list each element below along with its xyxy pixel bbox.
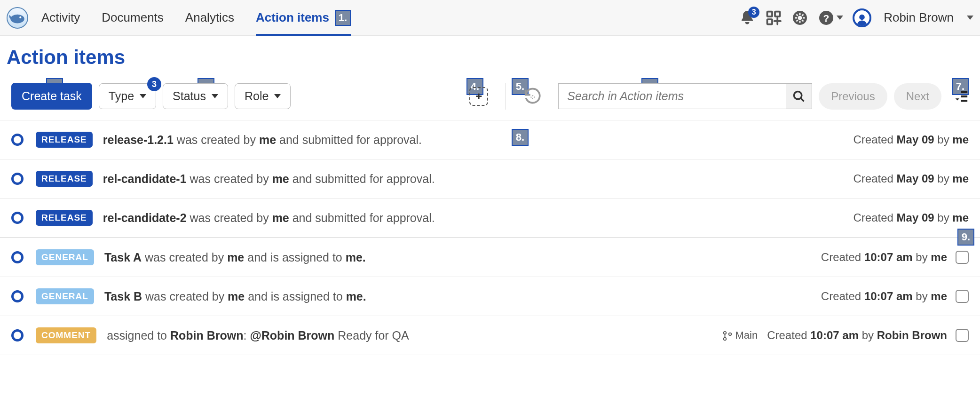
nav-tab-action-items[interactable]: Action items 1. [256,0,351,35]
hint-9: 9. [957,229,974,246]
chevron-down-icon [274,94,281,98]
svg-point-15 [723,332,726,334]
help-menu[interactable]: ? [818,9,843,26]
topbar: Activity Documents Analytics Action item… [0,0,980,36]
filter-label: Role [245,89,269,103]
nav-tab-analytics[interactable]: Analytics [185,0,234,35]
search-input[interactable] [558,83,786,109]
chevron-down-icon [212,94,218,98]
status-circle-icon[interactable] [11,173,24,185]
action-item-row[interactable]: COMMENTassigned to Robin Brown: @Robin B… [0,316,980,355]
filter-badge: 3 [147,77,161,91]
action-item-row[interactable]: RELEASErel-candidate-1 was created by me… [0,159,980,199]
item-tag: RELEASE [36,132,93,148]
svg-point-9 [859,14,865,20]
nav-tab-documents[interactable]: Documents [102,0,164,35]
svg-rect-14 [961,100,967,102]
row-checkbox[interactable] [956,290,969,303]
app-logo[interactable] [7,7,28,29]
nav-tabs: Activity Documents Analytics Action item… [41,0,351,35]
apps-icon[interactable] [765,9,782,26]
notification-badge: 3 [748,7,759,18]
status-circle-icon[interactable] [11,329,24,342]
filter-status[interactable]: Status [163,83,228,109]
item-tag: RELEASE [36,171,93,187]
svg-point-1 [19,16,21,18]
svg-point-0 [10,14,24,23]
action-item-row[interactable]: RELEASErelease-1.2.1 was created by me a… [0,120,980,159]
branch-name: Main [735,329,758,342]
help-icon: ? [818,9,835,26]
settings-icon[interactable] [791,9,808,26]
action-item-row[interactable]: RELEASErel-candidate-2 was created by me… [0,199,980,238]
sort-icon[interactable] [953,88,969,104]
chevron-down-icon [837,16,843,20]
search [558,83,812,109]
row-checkbox[interactable] [956,251,969,264]
item-meta: Created 10:07 am by me [821,251,947,264]
filter-role[interactable]: Role [235,83,291,109]
item-meta: Created May 09 by me [854,133,969,146]
svg-point-6 [798,16,802,20]
nav-tab-activity[interactable]: Activity [41,0,80,35]
toolbar: Create task Type 3 Status Role + Previou… [0,83,980,120]
chevron-down-icon [140,94,146,98]
svg-rect-3 [775,11,780,16]
item-description: Task A was created by me and is assigned… [104,251,366,264]
action-item-list: RELEASErelease-1.2.1 was created by me a… [0,120,980,355]
item-tag: GENERAL [36,249,94,265]
svg-rect-4 [767,19,773,24]
history-icon[interactable] [522,87,541,106]
filter-type[interactable]: Type 3 [99,83,156,109]
item-meta: Created 10:07 am by me [821,290,947,303]
create-task-button[interactable]: Create task [11,83,92,110]
svg-text:?: ? [823,12,830,23]
item-description: assigned to Robin Brown: @Robin Brown Re… [107,329,409,342]
selection-toggle[interactable]: + [469,87,488,106]
next-button[interactable]: Next [894,83,941,110]
svg-rect-13 [961,95,967,97]
item-description: rel-candidate-2 was created by me and su… [103,211,435,225]
user-name[interactable]: Robin Brown [884,10,954,25]
page-title: Action items [0,36,980,83]
previous-button[interactable]: Previous [819,83,887,110]
status-circle-icon[interactable] [11,290,24,302]
action-item-row[interactable]: GENERALTask A was created by me and is a… [0,238,980,277]
svg-point-11 [794,91,802,99]
status-circle-icon[interactable] [11,251,24,263]
hint-8: 8. [512,129,529,146]
filter-label: Type [109,89,134,103]
user-menu-chevron[interactable] [967,16,973,20]
item-description: release-1.2.1 was created by me and subm… [103,133,422,147]
item-meta: Created May 09 by me [854,172,969,185]
svg-point-17 [728,333,731,336]
status-circle-icon[interactable] [11,134,24,146]
divider [505,83,506,110]
hint-1: 1. [335,10,351,26]
item-tag: GENERAL [36,288,94,304]
branch-icon [722,330,733,341]
filter-label: Status [173,89,206,103]
item-description: Task B was created by me and is assigned… [104,290,366,303]
search-button[interactable] [786,83,812,109]
item-description: rel-candidate-1 was created by me and su… [103,172,435,186]
nav-tab-label: Action items [256,10,329,25]
notifications-icon[interactable]: 3 [739,9,756,26]
status-circle-icon[interactable] [11,212,24,224]
row-checkbox[interactable] [956,329,969,342]
svg-rect-2 [767,11,773,16]
item-tag: RELEASE [36,210,93,226]
action-item-row[interactable]: GENERALTask B was created by me and is a… [0,277,980,316]
item-meta: Created May 09 by me [854,211,969,224]
topbar-right: 3 ? Robin Brown [739,8,973,27]
svg-rect-12 [961,91,967,93]
item-tag: COMMENT [36,327,96,343]
user-avatar[interactable] [853,8,871,27]
item-meta: Created 10:07 am by Robin Brown [767,329,947,342]
